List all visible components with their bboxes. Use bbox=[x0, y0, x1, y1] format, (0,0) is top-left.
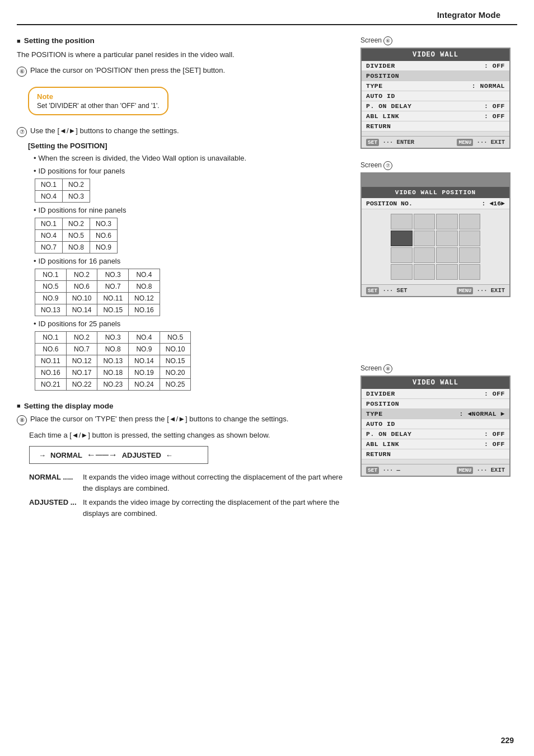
flow-normal-label: NORMAL bbox=[50, 451, 82, 459]
vw8-title: VIDEO WALL bbox=[362, 377, 509, 389]
vw8-footer: SET ··· — MENU ··· EXIT bbox=[362, 464, 509, 476]
position-description: The POSITION is where a particular panel… bbox=[17, 49, 349, 60]
vw8-row-divider: DIVIDER : OFF bbox=[362, 389, 509, 399]
vw6-row-divider: DIVIDER : OFF bbox=[362, 61, 509, 71]
mode-descriptions: NORMAL ..... It expands the video image … bbox=[29, 472, 349, 519]
adjusted-description: ADJUSTED ... It expands the video image … bbox=[29, 497, 349, 519]
vw7-footer: SET ··· SET MENU ··· EXIT bbox=[362, 284, 509, 296]
table-row: NO.4NO.3 bbox=[35, 190, 90, 202]
right-column: Screen ⑥ VIDEO WALL DIVIDER : OFF POSITI… bbox=[360, 36, 517, 522]
vw8-row-abllink: ABL LINK : OFF bbox=[362, 439, 509, 449]
grid-cell bbox=[459, 231, 481, 246]
setting-display-mode-section: Setting the display mode ⑧ Place the cur… bbox=[17, 402, 349, 519]
screen-7-number: ⑦ bbox=[383, 161, 392, 170]
step-6-circle: ⑥ bbox=[17, 67, 27, 77]
vw8-footer-left: SET ··· — bbox=[366, 467, 400, 473]
position-grid bbox=[391, 214, 480, 280]
grid-cell bbox=[414, 231, 435, 246]
table-row: NO.1NO.2NO.3NO.4 bbox=[35, 269, 160, 280]
grid-cell bbox=[436, 214, 458, 229]
vw7-grid bbox=[362, 209, 509, 284]
screen-7-box: VIDEO WALL POSITION POSITION NO. : ◄16► bbox=[360, 172, 510, 297]
grid-cell-active bbox=[391, 231, 413, 246]
vw8-row-type: TYPE : ◄NORMAL ► bbox=[362, 409, 509, 419]
vw6-footer-left: SET ··· ENTER bbox=[366, 139, 414, 145]
grid-cell bbox=[391, 264, 413, 280]
vw6-row-position: POSITION bbox=[362, 71, 509, 81]
step8b-text: Each time a [◄/►] button is pressed, the… bbox=[29, 430, 349, 441]
table-row: NO.16NO.17NO.18NO.19NO.20 bbox=[35, 367, 191, 378]
grid-cell bbox=[391, 247, 413, 263]
table-9panels: NO.1NO.2NO.3 NO.4NO.5NO.6 NO.7NO.8NO.9 bbox=[35, 218, 118, 253]
bullet-16panels: •ID positions for 16 panels bbox=[34, 257, 349, 265]
normal-description: NORMAL ..... It expands the video image … bbox=[29, 472, 349, 494]
grid-cell bbox=[459, 214, 481, 229]
screen-7-panel: Screen ⑦ VIDEO WALL POSITION POSITION NO… bbox=[360, 161, 517, 297]
page-number: 229 bbox=[501, 736, 514, 745]
table-row: NO.21NO.22NO.23NO.24NO.25 bbox=[35, 378, 191, 390]
note-label: Note bbox=[37, 92, 160, 101]
grid-cell bbox=[459, 264, 481, 280]
vw8-row-return: RETURN bbox=[362, 449, 509, 459]
vw6-row-autoid: AUTO ID bbox=[362, 91, 509, 101]
grid-cell bbox=[414, 214, 435, 229]
vw6-row-return: RETURN bbox=[362, 121, 509, 132]
screen-6-label: Screen ⑥ bbox=[360, 36, 517, 45]
table-row: NO.9NO.10NO.11NO.12 bbox=[35, 292, 160, 304]
table-16panels: NO.1NO.2NO.3NO.4 NO.5NO.6NO.7NO.8 NO.9NO… bbox=[35, 269, 160, 316]
table-4panels: NO.1NO.2 NO.4NO.3 bbox=[35, 179, 90, 203]
note-text: Set 'DIVIDER' at other than 'OFF' and '1… bbox=[37, 102, 160, 110]
screen-8-number: ⑧ bbox=[383, 364, 392, 373]
step-8: ⑧ Place the cursor on 'TYPE' then press … bbox=[17, 415, 349, 425]
screen-8-label: Screen ⑧ bbox=[360, 364, 517, 373]
flow-diagram-container: → NORMAL ←──→ ADJUSTED ← bbox=[29, 446, 349, 464]
grid-cell bbox=[391, 214, 413, 229]
setting-position-label: [Setting the POSITION] bbox=[28, 142, 349, 150]
note-container: Note Set 'DIVIDER' at other than 'OFF' a… bbox=[28, 81, 349, 119]
table-row: NO.13NO.14NO.15NO.16 bbox=[35, 304, 160, 316]
adjusted-label: ADJUSTED ... bbox=[29, 497, 79, 519]
screen-8-box: VIDEO WALL DIVIDER : OFF POSITION TYPE :… bbox=[360, 375, 510, 477]
bullet-4panels: •ID positions for four panels bbox=[34, 167, 349, 175]
table-row: NO.6NO.7NO.8NO.9NO.10 bbox=[35, 343, 191, 355]
vw7-footer-right: MENU ··· EXIT bbox=[457, 287, 505, 294]
normal-label: NORMAL ..... bbox=[29, 472, 79, 494]
table-row: NO.4NO.5NO.6 bbox=[35, 229, 118, 241]
bullet-9panels: •ID positions for nine panels bbox=[34, 206, 349, 214]
step-7-circle: ⑦ bbox=[17, 127, 27, 137]
page-header: Integrator Mode bbox=[17, 0, 517, 25]
table-row: NO.1NO.2NO.3 bbox=[35, 218, 118, 229]
screen-6-panel: Screen ⑥ VIDEO WALL DIVIDER : OFF POSITI… bbox=[360, 36, 517, 149]
screen-8-panel: Screen ⑧ VIDEO WALL DIVIDER : OFF POSITI… bbox=[360, 364, 517, 477]
step-8-circle: ⑧ bbox=[17, 415, 27, 425]
step-6: ⑥ Place the cursor on 'POSITION' then pr… bbox=[17, 66, 349, 77]
flow-adjusted-label: ADJUSTED bbox=[122, 451, 161, 459]
vw7-title: VIDEO WALL POSITION bbox=[362, 187, 509, 198]
table-25panels: NO.1NO.2NO.3NO.4NO.5 NO.6NO.7NO.8NO.9NO.… bbox=[35, 331, 191, 391]
note-box: Note Set 'DIVIDER' at other than 'OFF' a… bbox=[28, 87, 168, 115]
table-row: NO.1NO.2 bbox=[35, 179, 90, 190]
vw6-row-abllink: ABL LINK : OFF bbox=[362, 111, 509, 121]
table-row: NO.11NO.12NO.13NO.14NO.15 bbox=[35, 355, 191, 367]
vw8-row-position: POSITION bbox=[362, 399, 509, 409]
flow-double-arrow: ←──→ bbox=[87, 450, 118, 460]
flow-arrow-right: → bbox=[39, 451, 46, 459]
vw8-row-pondelay: P. ON DELAY : OFF bbox=[362, 429, 509, 439]
flow-diagram: → NORMAL ←──→ ADJUSTED ← bbox=[29, 446, 208, 464]
bullet-unavailable: •When the screen is divided, the Video W… bbox=[34, 153, 349, 163]
screen-7-label: Screen ⑦ bbox=[360, 161, 517, 170]
vw6-footer-right: MENU ··· EXIT bbox=[457, 139, 505, 145]
section-heading-position: Setting the position bbox=[17, 36, 349, 45]
vw6-footer: SET ··· ENTER MENU ··· EXIT bbox=[362, 136, 509, 148]
vw7-position-row: POSITION NO. : ◄16► bbox=[362, 198, 509, 209]
vw6-title: VIDEO WALL bbox=[362, 49, 509, 61]
vw7-footer-left: SET ··· SET bbox=[366, 287, 407, 294]
header-title: Integrator Mode bbox=[437, 10, 500, 20]
grid-cell bbox=[436, 231, 458, 246]
section-heading-display-mode: Setting the display mode bbox=[17, 402, 349, 410]
table-row: NO.5NO.6NO.7NO.8 bbox=[35, 280, 160, 292]
vw8-row-autoid: AUTO ID bbox=[362, 419, 509, 429]
table-row: NO.7NO.8NO.9 bbox=[35, 241, 118, 253]
step-7: ⑦ Use the [◄/►] buttons to change the se… bbox=[17, 126, 349, 137]
table-row: NO.1NO.2NO.3NO.4NO.5 bbox=[35, 331, 191, 343]
